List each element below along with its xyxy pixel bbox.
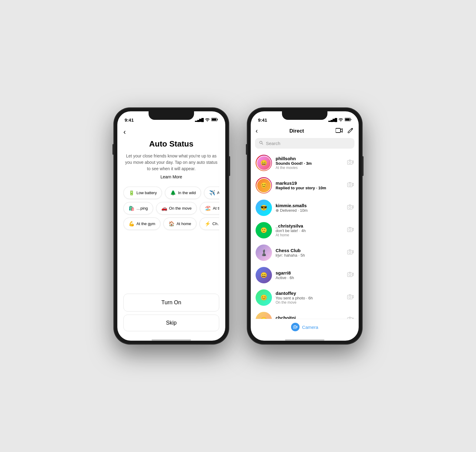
direct-title: Direct: [290, 128, 304, 134]
notch: [149, 111, 194, 120]
message-content: kimmie.smalls ⊕ Delivered · 10m: [276, 203, 344, 213]
camera-icon[interactable]: [347, 204, 354, 211]
chips-row-1: 🔋 Low battery 🌲 In the wild ✈️ At t…: [123, 187, 219, 199]
svg-rect-4: [345, 118, 350, 120]
message-username: sgarri8: [276, 270, 344, 275]
chip-label-beach: At the beac…: [213, 206, 219, 211]
chip-charging[interactable]: ⚡ Ch…: [199, 218, 219, 230]
plane-emoji: ✈️: [209, 190, 215, 196]
chip-on-the-move[interactable]: 🚗 On the move: [156, 202, 197, 214]
svg-point-9: [349, 161, 351, 164]
phone-auto-status: 9:41 ▂▄▆█: [114, 108, 229, 344]
compose-icon[interactable]: [347, 127, 354, 135]
chip-low-battery[interactable]: 🔋 Low battery: [123, 187, 162, 199]
learn-more-link[interactable]: Learn More: [160, 174, 182, 179]
turn-on-button[interactable]: Turn On: [123, 294, 219, 312]
direct-header: ‹ Direct: [251, 125, 359, 138]
chip-label-airport: At t…: [217, 191, 219, 195]
chip-at-beach[interactable]: 🏖️ At the beac…: [200, 202, 219, 214]
svg-point-19: [349, 274, 351, 276]
battery-icon-1: [211, 118, 218, 122]
chip-shopping[interactable]: 🛍️ …ping: [123, 202, 153, 214]
message-preview: don't be late! · 4h: [276, 228, 344, 233]
status-icons-1: ▂▄▆█: [195, 118, 218, 122]
message-item[interactable]: ♟️ Chess Club lrjvr: hahaha · 5h: [251, 241, 359, 264]
message-username: chchoitoi: [276, 315, 344, 319]
camera-icon[interactable]: [347, 317, 354, 319]
camera-icon[interactable]: [347, 160, 354, 167]
chip-label-gym: At the gym: [136, 221, 155, 226]
direct-header-icons: [336, 127, 354, 135]
message-username: Chess Club: [276, 248, 344, 253]
camera-icon[interactable]: [347, 272, 354, 279]
svg-point-11: [349, 184, 351, 186]
beach-emoji: 🏖️: [205, 205, 211, 211]
message-content: Chess Club lrjvr: hahaha · 5h: [276, 248, 344, 258]
charging-emoji: ⚡: [205, 221, 211, 227]
message-preview: Active · 6h: [276, 275, 344, 280]
back-button-1[interactable]: ‹: [117, 125, 225, 139]
home-indicator-1: [152, 339, 191, 341]
message-preview: lrjvr: hahaha · 5h: [276, 253, 344, 258]
message-item[interactable]: 😄 phillsohn Sounds Good! · 3m At the mov…: [251, 152, 359, 174]
video-call-icon[interactable]: [336, 128, 343, 134]
auto-status-content: Auto Status Let your close friends know …: [117, 139, 225, 291]
status-chips-area: 🔋 Low battery 🌲 In the wild ✈️ At t…: [123, 187, 219, 233]
message-content: chchoitoi such a purday photo!!! · 6h: [276, 315, 344, 319]
message-content: markus19 Replied to your story · 10m: [276, 180, 344, 190]
status-icons-2: ▂▄▆█: [328, 118, 351, 122]
chips-row-3: 💪 At the gym 🏠 At home ⚡ Ch…: [123, 218, 219, 230]
svg-rect-20: [347, 295, 352, 299]
svg-point-17: [349, 251, 351, 253]
message-item[interactable]: 😊 markus19 Replied to your story · 10m: [251, 174, 359, 197]
camera-icon[interactable]: [347, 294, 354, 301]
chip-label-wild: In the wild: [178, 191, 196, 195]
camera-bottom-bar[interactable]: Camera: [251, 319, 359, 337]
chip-at-home[interactable]: 🏠 At home: [163, 218, 196, 230]
chip-label-shopping: …ping: [136, 206, 148, 211]
message-username: phillsohn: [276, 156, 344, 161]
avatar: 🙂: [256, 222, 272, 238]
gym-emoji: 💪: [129, 221, 135, 227]
time-1: 9:41: [125, 117, 134, 123]
message-item[interactable]: 🙂 _christysilva don't be late! · 4h At h…: [251, 219, 359, 241]
message-item[interactable]: 😊 dantoffey You sent a photo · 6h On the…: [251, 286, 359, 309]
time-2: 9:41: [258, 117, 267, 123]
chip-label-low-battery: Low battery: [136, 191, 157, 195]
chips-row-2: 🛍️ …ping 🚗 On the move 🏖️ At the beac…: [123, 202, 219, 214]
bottom-buttons: Turn On Skip: [117, 291, 225, 337]
message-username: markus19: [276, 180, 344, 186]
message-item[interactable]: 😄 sgarri8 Active · 6h: [251, 264, 359, 286]
message-content: _christysilva don't be late! · 4h At hom…: [276, 223, 344, 237]
camera-icon[interactable]: [347, 182, 354, 189]
chip-in-the-wild[interactable]: 🌲 In the wild: [165, 187, 201, 199]
home-indicator-2: [285, 339, 324, 341]
message-item[interactable]: 😎 kimmie.smalls ⊕ Delivered · 10m: [251, 197, 359, 219]
avatar: ♟️: [256, 245, 272, 261]
message-preview: You sent a photo · 6h: [276, 296, 344, 300]
camera-icon[interactable]: [347, 249, 354, 256]
svg-rect-24: [293, 326, 297, 329]
message-content: dantoffey You sent a photo · 6h On the m…: [276, 291, 344, 305]
svg-rect-8: [347, 160, 352, 164]
back-button-2[interactable]: ‹: [256, 127, 258, 135]
camera-icon[interactable]: [347, 227, 354, 234]
signal-icon-1: ▂▄▆█: [195, 118, 203, 122]
chip-label-home: At home: [176, 221, 191, 226]
avatar: 😎: [256, 200, 272, 216]
phones-container: 9:41 ▂▄▆█: [114, 108, 362, 344]
chip-at-airport[interactable]: ✈️ At t…: [204, 187, 219, 199]
avatar: 😊: [256, 289, 272, 306]
signal-icon-2: ▂▄▆█: [328, 118, 337, 122]
svg-rect-18: [347, 273, 352, 277]
battery-icon-2: [345, 118, 351, 122]
message-status: At home: [276, 233, 344, 237]
auto-status-desc: Let your close friends know what you're …: [123, 153, 219, 172]
skip-button[interactable]: Skip: [123, 315, 219, 331]
svg-point-15: [349, 229, 351, 231]
chip-at-gym[interactable]: 💪 At the gym: [123, 218, 160, 230]
search-bar[interactable]: Search: [255, 138, 354, 149]
message-status: On the move: [276, 300, 344, 305]
svg-rect-14: [347, 228, 352, 232]
message-item[interactable]: 😄 chchoitoi such a purday photo!!! · 6h: [251, 309, 359, 319]
